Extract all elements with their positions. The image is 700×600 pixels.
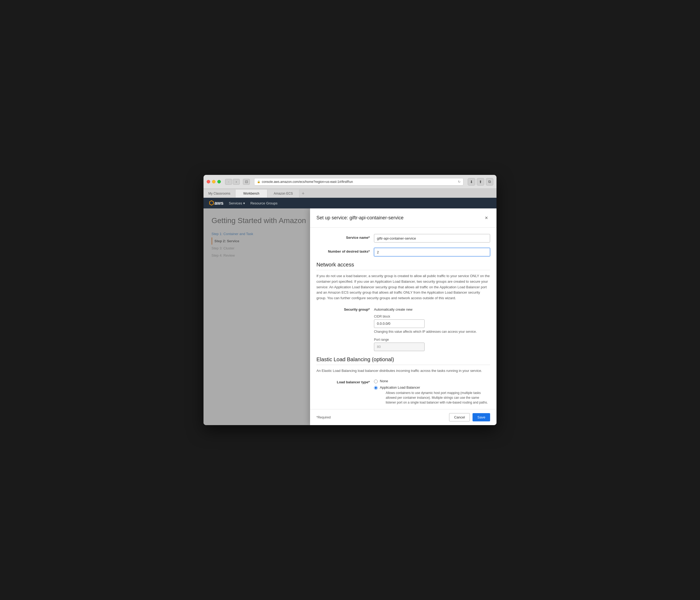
load-balancer-alb-row: Application Load Balancer Allows contain… xyxy=(374,386,490,405)
modal-title: Set up service: giftr-api-container-serv… xyxy=(317,215,403,221)
tab-overview-button[interactable]: ⊡ xyxy=(243,179,250,185)
url-bar[interactable]: 🔒 console.aws.amazon.com/ecs/home?region… xyxy=(254,178,464,185)
services-chevron-icon: ▾ xyxy=(243,201,245,205)
nav-arrows: ‹ › xyxy=(225,179,240,185)
save-button[interactable]: Save xyxy=(473,413,490,421)
traffic-lights xyxy=(207,180,221,183)
tab-amazon-ecs[interactable]: Amazon ECS xyxy=(268,189,299,198)
toolbar-icons: ⬇ ⬆ ⧉ xyxy=(468,178,493,185)
elb-description: An Elastic Load Balancing load balancer … xyxy=(317,368,490,374)
cidr-block-container: CIDR block Changing this value affects w… xyxy=(374,315,490,334)
load-balancer-alb-description: Allows containers to use dynamic host po… xyxy=(386,391,490,405)
new-tab-button[interactable]: ⧉ xyxy=(486,178,493,185)
security-group-content: Automatically create new CIDR block Chan… xyxy=(374,306,490,351)
back-button[interactable]: ‹ xyxy=(225,179,232,185)
services-nav-item[interactable]: Services ▾ xyxy=(229,201,245,205)
modal-header: Set up service: giftr-api-container-serv… xyxy=(310,208,497,228)
aws-navbar: ⬡ aws Services ▾ Resource Groups xyxy=(203,198,497,208)
load-balancer-alb-radio[interactable] xyxy=(374,386,378,390)
cancel-button[interactable]: Cancel xyxy=(449,413,470,421)
load-balancer-none-label: None xyxy=(380,379,388,383)
aws-logo: ⬡ aws xyxy=(209,200,223,207)
network-access-description: If you do not use a load balancer, a sec… xyxy=(317,273,490,301)
modal-close-button[interactable]: × xyxy=(483,214,490,222)
security-group-value: Automatically create new xyxy=(374,306,490,311)
desired-tasks-input[interactable] xyxy=(374,248,490,256)
network-access-section: Network access If you do not use a load … xyxy=(317,262,490,351)
port-range-container: Port range xyxy=(374,338,490,351)
cidr-label: CIDR block xyxy=(374,315,490,318)
load-balancer-none-row: None xyxy=(374,379,490,383)
cidr-input[interactable] xyxy=(374,319,425,328)
network-access-title: Network access xyxy=(317,262,490,270)
elb-section: Elastic Load Balancing (optional) An Ela… xyxy=(317,357,490,407)
load-balancer-alb-label: Application Load Balancer xyxy=(380,386,490,389)
download-button[interactable]: ⬇ xyxy=(468,178,475,185)
resource-groups-nav-item[interactable]: Resource Groups xyxy=(250,201,278,205)
required-note: *Required xyxy=(317,416,330,419)
modal-panel: Set up service: giftr-api-container-serv… xyxy=(310,208,497,425)
modal-body: Service name* Number of desired tasks* N… xyxy=(310,228,497,409)
port-range-input[interactable] xyxy=(374,343,425,351)
share-button[interactable]: ⬆ xyxy=(477,178,484,185)
new-tab-add-button[interactable]: + xyxy=(299,189,307,198)
close-traffic-light[interactable] xyxy=(207,180,210,183)
load-balancer-type-row: Load balancer type* None xyxy=(317,379,490,407)
maximize-traffic-light[interactable] xyxy=(217,180,221,183)
port-range-label: Port range xyxy=(374,338,490,341)
service-name-label: Service name* xyxy=(317,234,370,240)
tab-my-classrooms[interactable]: My Classrooms xyxy=(203,189,235,198)
refresh-button[interactable]: ↻ xyxy=(458,180,460,184)
security-group-label: Security group* xyxy=(317,306,370,351)
desired-tasks-label: Number of desired tasks* xyxy=(317,248,370,254)
browser-tabs: My Classrooms Workbench Amazon ECS + xyxy=(203,189,497,198)
forward-button[interactable]: › xyxy=(233,179,240,185)
page-content: ⬡ aws Services ▾ Resource Groups Getting… xyxy=(203,198,497,425)
service-name-input[interactable] xyxy=(374,234,490,242)
load-balancer-options: None Application Load Balancer Allows co… xyxy=(374,379,490,407)
browser-window: ‹ › ⊡ 🔒 console.aws.amazon.com/ecs/home?… xyxy=(203,175,497,425)
lock-icon: 🔒 xyxy=(257,180,260,183)
modal-footer: *Required Cancel Save xyxy=(310,409,497,425)
load-balancer-none-radio[interactable] xyxy=(374,380,378,383)
modal-overlay: Set up service: giftr-api-container-serv… xyxy=(203,208,497,425)
load-balancer-type-label: Load balancer type* xyxy=(317,379,370,407)
security-group-row: Security group* Automatically create new… xyxy=(317,306,490,351)
desired-tasks-row: Number of desired tasks* xyxy=(317,248,490,256)
footer-buttons: Cancel Save xyxy=(449,413,490,421)
url-text: console.aws.amazon.com/ecs/home?region=u… xyxy=(262,180,456,184)
minimize-traffic-light[interactable] xyxy=(212,180,216,183)
title-bar: ‹ › ⊡ 🔒 console.aws.amazon.com/ecs/home?… xyxy=(203,175,497,189)
background-page: Getting Started with Amazon Step 1: Cont… xyxy=(203,208,497,425)
service-name-row: Service name* xyxy=(317,234,490,242)
cidr-note: Changing this value affects which IP add… xyxy=(374,330,490,334)
tab-workbench[interactable]: Workbench xyxy=(235,189,268,198)
elb-title: Elastic Load Balancing (optional) xyxy=(317,357,490,365)
